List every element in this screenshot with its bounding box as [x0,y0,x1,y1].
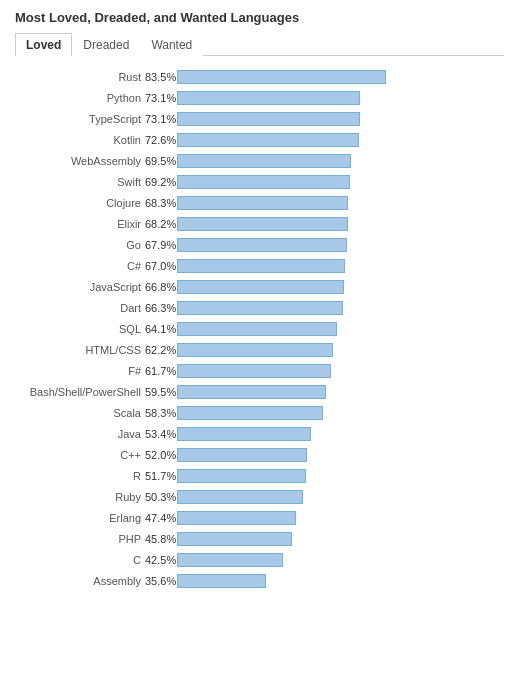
bar [177,469,306,483]
bar [177,70,386,84]
language-value: 62.2% [145,344,177,356]
bar-container [177,196,504,210]
chart-row: TypeScript73.1% [15,110,504,128]
bar [177,448,307,462]
language-label: Python [15,92,145,104]
bar-container [177,133,504,147]
bar [177,511,296,525]
chart-row: C++52.0% [15,446,504,464]
language-label: Erlang [15,512,145,524]
chart-row: Erlang47.4% [15,509,504,527]
language-value: 83.5% [145,71,177,83]
bar [177,196,348,210]
language-label: JavaScript [15,281,145,293]
bar-container [177,427,504,441]
tab-dreaded[interactable]: Dreaded [72,33,140,56]
bar-container [177,406,504,420]
bar [177,175,350,189]
language-value: 45.8% [145,533,177,545]
chart-row: C#67.0% [15,257,504,275]
bar [177,553,283,567]
bar [177,490,303,504]
bar [177,574,266,588]
bar [177,133,359,147]
bar-container [177,469,504,483]
language-label: Swift [15,176,145,188]
language-label: TypeScript [15,113,145,125]
chart-row: Java53.4% [15,425,504,443]
bar-container [177,154,504,168]
chart-row: WebAssembly69.5% [15,152,504,170]
language-label: Ruby [15,491,145,503]
language-label: F# [15,365,145,377]
chart-container: Rust83.5%Python73.1%TypeScript73.1%Kotli… [15,68,504,590]
language-label: WebAssembly [15,155,145,167]
page-title: Most Loved, Dreaded, and Wanted Language… [15,10,504,25]
chart-row: PHP45.8% [15,530,504,548]
language-value: 68.2% [145,218,177,230]
language-value: 53.4% [145,428,177,440]
bar-container [177,175,504,189]
bar [177,532,292,546]
language-value: 69.5% [145,155,177,167]
language-label: Bash/Shell/PowerShell [15,386,145,398]
language-label: Go [15,239,145,251]
chart-row: Swift69.2% [15,173,504,191]
bar-container [177,385,504,399]
bar [177,364,331,378]
language-value: 73.1% [145,113,177,125]
bar-container [177,259,504,273]
bar-container [177,217,504,231]
tab-loved[interactable]: Loved [15,33,72,56]
chart-row: Python73.1% [15,89,504,107]
bar-container [177,91,504,105]
bar-container [177,490,504,504]
bar-container [177,532,504,546]
bar [177,259,345,273]
bar [177,91,360,105]
bar [177,385,326,399]
bar-container [177,448,504,462]
language-value: 61.7% [145,365,177,377]
language-label: C++ [15,449,145,461]
chart-row: JavaScript66.8% [15,278,504,296]
language-value: 64.1% [145,323,177,335]
language-value: 51.7% [145,470,177,482]
chart-row: Kotlin72.6% [15,131,504,149]
tab-wanted[interactable]: Wanted [140,33,203,56]
chart-row: Clojure68.3% [15,194,504,212]
chart-row: Dart66.3% [15,299,504,317]
language-label: Elixir [15,218,145,230]
language-label: R [15,470,145,482]
language-label: PHP [15,533,145,545]
language-label: Kotlin [15,134,145,146]
chart-row: Ruby50.3% [15,488,504,506]
bar-container [177,511,504,525]
bar [177,427,311,441]
bar [177,238,347,252]
bar [177,112,360,126]
language-value: 67.9% [145,239,177,251]
chart-row: Assembly35.6% [15,572,504,590]
bar [177,406,323,420]
language-value: 42.5% [145,554,177,566]
bar [177,217,348,231]
language-value: 52.0% [145,449,177,461]
language-label: Dart [15,302,145,314]
bar-container [177,301,504,315]
language-label: Java [15,428,145,440]
language-label: SQL [15,323,145,335]
chart-row: Scala58.3% [15,404,504,422]
language-value: 50.3% [145,491,177,503]
language-label: Assembly [15,575,145,587]
language-label: C# [15,260,145,272]
bar [177,280,344,294]
tab-bar: LovedDreadedWanted [15,33,504,56]
bar-container [177,574,504,588]
chart-row: Go67.9% [15,236,504,254]
chart-row: C42.5% [15,551,504,569]
chart-row: F#61.7% [15,362,504,380]
bar-container [177,70,504,84]
chart-row: Elixir68.2% [15,215,504,233]
language-value: 73.1% [145,92,177,104]
